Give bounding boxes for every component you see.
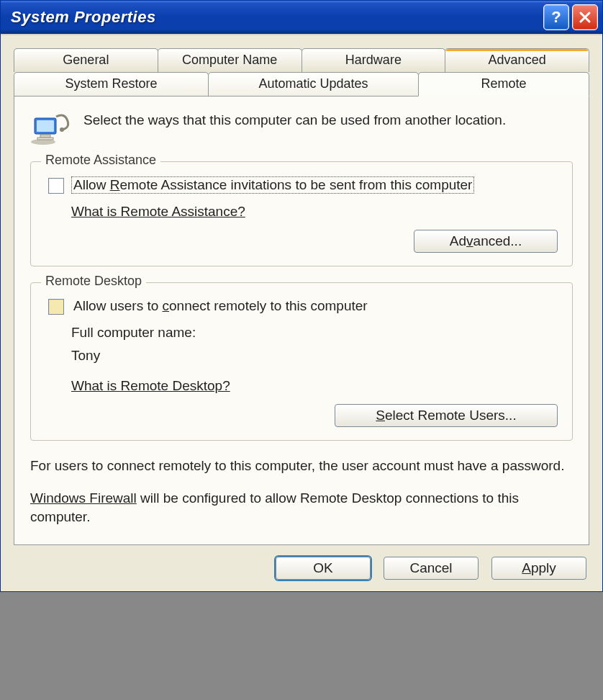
tab-advanced[interactable]: Advanced xyxy=(445,48,589,72)
svg-rect-2 xyxy=(37,120,54,132)
allow-remote-assistance-label[interactable]: Allow Remote Assistance invitations to b… xyxy=(71,176,474,194)
allow-remote-assistance-checkbox[interactable] xyxy=(48,178,64,194)
group-remote-assistance: Remote Assistance Allow Remote Assistanc… xyxy=(30,161,573,266)
tab-general[interactable]: General xyxy=(14,48,158,72)
tab-hardware[interactable]: Hardware xyxy=(302,48,446,72)
help-icon: ? xyxy=(551,8,561,27)
svg-rect-4 xyxy=(37,138,53,140)
tab-row-2: System Restore Automatic Updates Remote xyxy=(14,72,589,97)
tab-system-restore[interactable]: System Restore xyxy=(14,72,209,97)
group-remote-assistance-legend: Remote Assistance xyxy=(41,153,160,168)
tab-row-1: General Computer Name Hardware Advanced xyxy=(14,48,589,72)
tab-computer-name[interactable]: Computer Name xyxy=(158,48,302,72)
intro-text: Select the ways that this computer can b… xyxy=(83,111,506,130)
tab-automatic-updates[interactable]: Automatic Updates xyxy=(208,72,419,97)
help-button[interactable]: ? xyxy=(543,4,569,30)
tab-panel-remote: Select the ways that this computer can b… xyxy=(14,96,589,545)
what-is-remote-desktop-link[interactable]: What is Remote Desktop? xyxy=(71,378,230,393)
allow-remote-desktop-checkbox[interactable] xyxy=(48,299,64,315)
allow-remote-desktop-label[interactable]: Allow users to connect remotely to this … xyxy=(71,297,370,315)
apply-button[interactable]: Apply xyxy=(491,557,586,580)
full-computer-name-value: Tony xyxy=(71,348,558,364)
ok-button[interactable]: OK xyxy=(276,557,371,580)
tab-strip: General Computer Name Hardware Advanced … xyxy=(14,48,589,97)
svg-point-5 xyxy=(60,127,64,132)
window-title: System Properties xyxy=(11,8,156,27)
group-remote-desktop: Remote Desktop Allow users to connect re… xyxy=(30,282,573,441)
select-remote-users-button[interactable]: Select Remote Users... xyxy=(335,404,558,427)
system-properties-window: System Properties ? General Computer Nam… xyxy=(0,0,603,592)
cancel-button[interactable]: Cancel xyxy=(384,557,479,580)
intro-row: Select the ways that this computer can b… xyxy=(30,111,573,145)
firewall-note: Windows Firewall will be configured to a… xyxy=(30,489,573,527)
titlebar: System Properties ? xyxy=(1,1,602,34)
remote-assistance-advanced-button[interactable]: Advanced... xyxy=(414,230,558,253)
allow-remote-desktop-row: Allow users to connect remotely to this … xyxy=(48,297,558,315)
tab-remote[interactable]: Remote xyxy=(418,72,589,97)
windows-firewall-link[interactable]: Windows Firewall xyxy=(30,490,137,506)
remote-assistance-help-row: What is Remote Assistance? xyxy=(71,204,558,220)
dialog-buttons: OK Cancel Apply xyxy=(14,545,589,580)
group-remote-desktop-legend: Remote Desktop xyxy=(41,274,146,289)
password-note: For users to connect remotely to this co… xyxy=(30,457,573,476)
close-icon xyxy=(578,10,592,24)
full-computer-name-label: Full computer name: xyxy=(71,325,558,341)
remote-icon xyxy=(30,111,71,145)
client-area: General Computer Name Hardware Advanced … xyxy=(1,34,602,591)
close-button[interactable] xyxy=(572,4,598,30)
remote-desktop-help-row: What is Remote Desktop? xyxy=(71,378,558,394)
what-is-remote-assistance-link[interactable]: What is Remote Assistance? xyxy=(71,204,245,219)
allow-remote-assistance-row: Allow Remote Assistance invitations to b… xyxy=(48,176,558,194)
titlebar-buttons: ? xyxy=(543,4,598,30)
svg-rect-3 xyxy=(40,135,50,138)
